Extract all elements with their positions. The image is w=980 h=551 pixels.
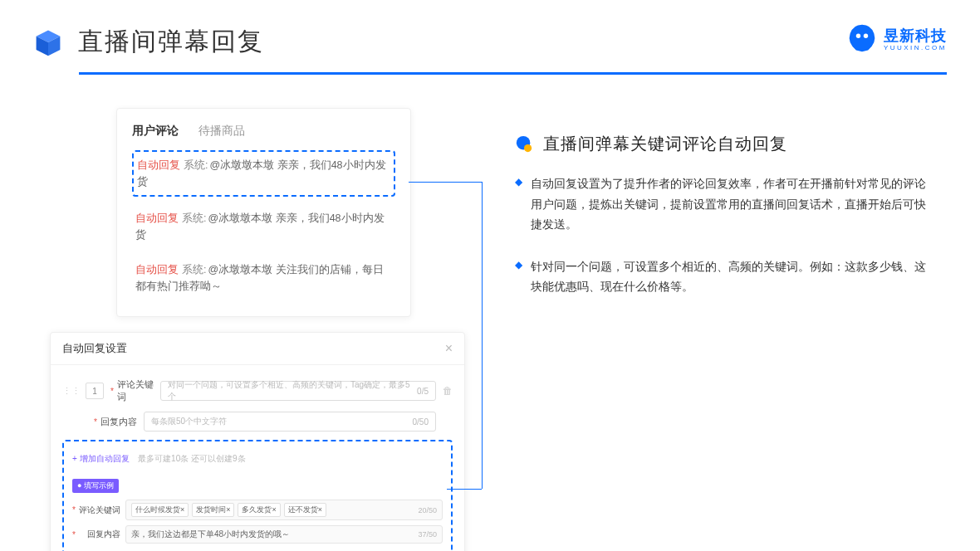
brand-logo: 昱新科技 YUUXIN.COM — [847, 23, 947, 53]
diamond-icon: ◆ — [515, 259, 522, 297]
keyword-input[interactable]: 对同一个问题，可设置多个相近、高频的关键词，Tag确定，最多5个 0/5 — [160, 381, 436, 401]
example-kw-count: 20/50 — [418, 506, 437, 514]
auto-reply-tag: 自动回复 — [137, 159, 180, 171]
auto-reply-settings-panel: 自动回复设置 × ⋮⋮ 1 * 评论关键词 对同一个问题，可设置多个相近、高频的… — [50, 332, 465, 551]
comments-tabs: 用户评论 待播商品 — [132, 124, 395, 139]
auto-reply-tag: 自动回复 — [135, 264, 179, 276]
example-box: + 增加自动回复 最多可建10条 还可以创建9条 ● 填写示例 * 评论关键词 … — [62, 440, 453, 551]
bullet-text: 针对同一个问题，可设置多个相近的、高频的关键词。例如：这款多少钱、这块能优惠吗、… — [531, 256, 930, 297]
svg-point-6 — [524, 144, 532, 152]
brand-icon — [847, 23, 877, 53]
comment-row: 自动回复系统:@冰墩墩本墩 关注我们的店铺，每日都有热门推荐呦～ — [132, 256, 395, 300]
example-keyword-row: * 评论关键词 什么时候发货× 发货时间× 多久发货× 还不发货× 20/50 — [72, 500, 443, 520]
cube-icon — [33, 27, 63, 57]
content-row: * 回复内容 每条限50个中文字符 0/50 — [62, 412, 453, 432]
brand-name-en: YUUXIN.COM — [884, 44, 947, 51]
content-label: 回复内容 — [100, 416, 144, 428]
row-number: 1 — [86, 383, 104, 399]
connector-line — [409, 182, 482, 183]
add-hint: 最多可建10条 还可以创建9条 — [138, 454, 245, 463]
example-content-text: 亲，我们这边都是下单48小时内发货的哦～ — [131, 529, 290, 540]
page-header: 直播间弹幕回复 昱新科技 YUUXIN.COM — [0, 0, 980, 59]
auto-reply-tag: 自动回复 — [135, 212, 179, 224]
example-tag: 发货时间× — [192, 503, 234, 517]
example-content-input[interactable]: 亲，我们这边都是下单48小时内发货的哦～ 37/50 — [125, 525, 443, 544]
example-tag: 还不发货× — [284, 503, 326, 517]
bubble-icon — [515, 135, 533, 154]
example-content-label: 回复内容 — [79, 529, 120, 540]
example-tag: 多久发货× — [238, 503, 280, 517]
system-tag: 系统: — [184, 159, 208, 171]
required-star: * — [72, 530, 76, 539]
required-star: * — [94, 417, 97, 427]
tab-user-comments[interactable]: 用户评论 — [132, 124, 179, 139]
comment-row: 自动回复系统:@冰墩墩本墩 亲亲，我们48小时内发货 — [132, 205, 395, 248]
bullet-item: ◆ 针对同一个问题，可设置多个相近的、高频的关键词。例如：这款多少钱、这块能优惠… — [515, 256, 947, 297]
explanation-column: 直播间弹幕关键词评论自动回复 ◆ 自动回复设置为了提升作者的评论回复效率，作者可… — [482, 108, 947, 551]
connector-line — [482, 182, 483, 489]
svg-point-4 — [864, 34, 868, 38]
example-badge: ● 填写示例 — [72, 479, 119, 493]
example-content-count: 37/50 — [418, 530, 437, 539]
add-auto-reply-link[interactable]: + 增加自动回复 — [72, 453, 130, 465]
section-header: 直播间弹幕关键词评论自动回复 — [515, 133, 947, 155]
section-title: 直播间弹幕关键词评论自动回复 — [543, 133, 787, 155]
system-tag: 系统: — [182, 264, 206, 276]
settings-title: 自动回复设置 — [62, 341, 127, 356]
content-count: 0/50 — [413, 417, 429, 427]
required-star: * — [110, 387, 114, 396]
keyword-row: ⋮⋮ 1 * 评论关键词 对同一个问题，可设置多个相近、高频的关键词，Tag确定… — [62, 378, 453, 403]
page-title: 直播间弹幕回复 — [78, 25, 264, 59]
keyword-placeholder: 对同一个问题，可设置多个相近、高频的关键词，Tag确定，最多5个 — [168, 379, 417, 402]
connector-line — [447, 489, 482, 490]
comments-panel: 用户评论 待播商品 自动回复系统:@冰墩墩本墩 亲亲，我们48小时内发货 自动回… — [116, 108, 411, 317]
brand-name-cn: 昱新科技 — [884, 26, 947, 46]
delete-icon[interactable]: 🗑 — [443, 385, 453, 397]
example-kw-label: 评论关键词 — [79, 505, 120, 516]
bullet-item: ◆ 自动回复设置为了提升作者的评论回复效率，作者可在开播前针对常见的评论用户问题… — [515, 173, 947, 235]
keyword-count: 0/5 — [417, 387, 429, 396]
content-placeholder: 每条限50个中文字符 — [151, 416, 227, 427]
diamond-icon: ◆ — [515, 176, 522, 235]
screenshot-column: 用户评论 待播商品 自动回复系统:@冰墩墩本墩 亲亲，我们48小时内发货 自动回… — [50, 108, 482, 551]
tab-pending-products[interactable]: 待播商品 — [198, 124, 245, 139]
example-content-row: * 回复内容 亲，我们这边都是下单48小时内发货的哦～ 37/50 — [72, 525, 443, 544]
keyword-label: 评论关键词 — [117, 378, 160, 403]
svg-point-3 — [856, 34, 860, 38]
example-tag: 什么时候发货× — [131, 503, 189, 517]
close-icon[interactable]: × — [445, 341, 453, 356]
content-input[interactable]: 每条限50个中文字符 0/50 — [144, 412, 436, 432]
comment-row-highlighted: 自动回复系统:@冰墩墩本墩 亲亲，我们48小时内发货 — [132, 150, 395, 197]
required-star: * — [72, 505, 76, 514]
settings-header: 自动回复设置 × — [51, 333, 464, 365]
bullet-text: 自动回复设置为了提升作者的评论回复效率，作者可在开播前针对常见的评论用户问题，提… — [531, 173, 930, 235]
example-tag-input[interactable]: 什么时候发货× 发货时间× 多久发货× 还不发货× 20/50 — [125, 500, 443, 520]
system-tag: 系统: — [182, 212, 206, 224]
